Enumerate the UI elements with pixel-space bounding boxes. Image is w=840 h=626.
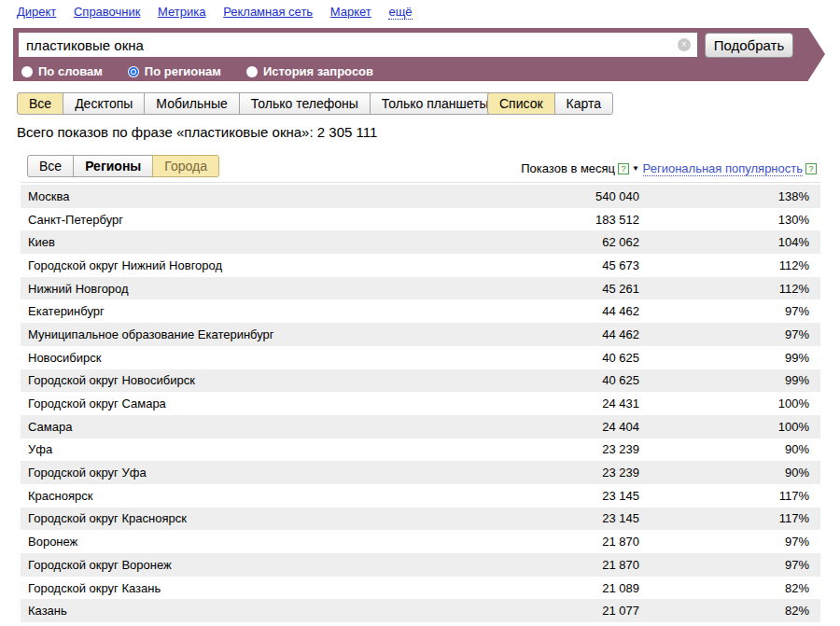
region-shows: 183 512 xyxy=(509,213,639,227)
region-shows: 45 673 xyxy=(509,258,639,272)
region-popularity: 99% xyxy=(639,373,820,387)
tab-desktops[interactable]: Десктопы xyxy=(63,92,145,115)
radio-unselected-icon xyxy=(21,66,33,77)
popularity-link[interactable]: Региональная популярность xyxy=(643,161,803,176)
search-input[interactable] xyxy=(19,33,697,57)
region-name: Уфа xyxy=(21,442,509,456)
region-shows: 23 145 xyxy=(509,511,639,525)
tab-mobile[interactable]: Мобильные xyxy=(144,92,240,115)
region-popularity: 97% xyxy=(639,535,820,549)
table-row: Новосибирск 40 625 99% xyxy=(21,346,820,369)
region-name: Екатеринбург xyxy=(21,304,509,318)
region-shows: 40 625 xyxy=(509,351,639,365)
region-name: Муниципальное образование Екатеринбург xyxy=(21,327,509,341)
help-icon[interactable]: ? xyxy=(805,163,817,174)
mode-by-words[interactable]: По словам xyxy=(21,64,103,78)
region-shows: 21 077 xyxy=(509,604,639,618)
scope-tabs: Все Регионы Города xyxy=(27,155,219,177)
region-shows: 24 404 xyxy=(509,420,639,434)
region-popularity: 138% xyxy=(639,189,820,203)
sort-desc-icon: ▼ xyxy=(632,164,639,173)
nav-link-market[interactable]: Маркет xyxy=(330,5,371,19)
region-shows: 23 145 xyxy=(509,489,639,503)
region-popularity: 97% xyxy=(639,304,820,318)
region-name: Киев xyxy=(21,235,509,249)
region-shows: 21 870 xyxy=(509,558,639,572)
table-row: Городской округ Уфа 23 239 90% xyxy=(21,461,820,484)
table-row: Городской округ Нижний Новгород 45 673 1… xyxy=(21,254,820,277)
region-name: Нижний Новгород xyxy=(21,282,509,296)
regions-table-body: Москва 540 040 138% Санкт-Петербург 183 … xyxy=(21,185,820,622)
region-popularity: 82% xyxy=(639,604,820,618)
table-row: Городской округ Казань 21 089 82% xyxy=(21,577,820,600)
table-header: Все Регионы Города Показов в месяц ? ▼ Р… xyxy=(21,154,820,183)
region-name: Городской округ Нижний Новгород xyxy=(21,258,509,272)
region-popularity: 97% xyxy=(639,558,820,572)
table-row: Екатеринбург 44 462 97% xyxy=(21,299,820,323)
table-row: Москва 540 040 138% xyxy=(21,185,820,208)
table-row: Городской округ Красноярск 23 145 117% xyxy=(21,508,820,531)
table-row: Санкт-Петербург 183 512 130% xyxy=(21,208,820,231)
nav-link-spravochnik[interactable]: Справочник xyxy=(74,5,141,19)
table-row: Городской округ Самара 24 431 100% xyxy=(21,392,820,415)
region-popularity: 112% xyxy=(639,282,820,296)
region-name: Красноярск xyxy=(21,489,509,503)
region-popularity: 130% xyxy=(639,213,820,227)
tab-tablets-only[interactable]: Только планшеты xyxy=(370,92,501,115)
region-name: Городской округ Уфа xyxy=(21,466,509,480)
search-modes: По словам По регионам История запросов xyxy=(21,64,399,78)
mode-history[interactable]: История запросов xyxy=(246,64,373,78)
scope-tab-all[interactable]: Все xyxy=(27,155,74,177)
region-name: Городской округ Воронеж xyxy=(21,558,509,572)
region-popularity: 82% xyxy=(639,581,820,595)
shows-header-label: Показов в месяц xyxy=(521,161,615,175)
radio-selected-icon xyxy=(128,66,139,77)
clear-icon[interactable]: × xyxy=(678,38,691,51)
total-shows-summary: Всего показов по фразе «пластиковые окна… xyxy=(17,124,377,140)
region-popularity: 117% xyxy=(639,489,820,503)
table-row: Нижний Новгород 45 261 112% xyxy=(21,277,820,300)
region-name: Воронеж xyxy=(21,535,509,549)
mode-label: По регионам xyxy=(145,64,221,78)
table-row: Уфа 23 239 90% xyxy=(21,438,820,462)
scope-tab-cities[interactable]: Города xyxy=(152,155,219,177)
region-name: Городской округ Красноярск xyxy=(21,511,509,525)
region-shows: 21 870 xyxy=(509,535,639,549)
region-name: Казань xyxy=(21,604,509,618)
region-shows: 24 431 xyxy=(509,396,639,410)
tab-map-view[interactable]: Карта xyxy=(554,92,613,115)
nav-link-more[interactable]: ещё xyxy=(388,5,412,20)
region-shows: 21 089 xyxy=(509,581,639,595)
region-shows: 23 239 xyxy=(509,442,639,456)
mode-label: История запросов xyxy=(263,64,373,78)
table-row: Самара 24 404 100% xyxy=(21,415,820,438)
table-row: Воронеж 21 870 97% xyxy=(21,530,820,553)
table-row: Городской округ Воронеж 21 870 97% xyxy=(21,553,820,577)
region-popularity: 100% xyxy=(639,420,820,434)
table-row: Киев 62 062 104% xyxy=(21,230,820,254)
region-shows: 540 040 xyxy=(509,189,639,203)
search-submit-button[interactable]: Подобрать xyxy=(705,33,793,58)
region-popularity: 90% xyxy=(639,442,820,456)
nav-link-ad-network[interactable]: Рекламная сеть xyxy=(223,5,313,19)
region-popularity: 90% xyxy=(639,466,820,480)
help-icon[interactable]: ? xyxy=(618,163,629,174)
column-header-shows[interactable]: Показов в месяц ? ▼ xyxy=(521,161,639,175)
mode-by-regions[interactable]: По регионам xyxy=(128,64,221,78)
region-shows: 44 462 xyxy=(509,327,639,341)
search-banner: × Подобрать По словам По регионам Истори… xyxy=(13,28,808,81)
region-shows: 44 462 xyxy=(509,304,639,318)
region-popularity: 99% xyxy=(639,351,820,365)
nav-link-direct[interactable]: Директ xyxy=(17,5,56,19)
nav-link-metrika[interactable]: Метрика xyxy=(158,5,205,19)
region-popularity: 97% xyxy=(639,327,820,341)
region-shows: 62 062 xyxy=(509,235,639,249)
region-popularity: 112% xyxy=(639,258,820,272)
regions-table: Все Регионы Города Показов в месяц ? ▼ Р… xyxy=(21,154,820,622)
tab-all-devices[interactable]: Все xyxy=(17,92,63,115)
scope-tab-regions[interactable]: Регионы xyxy=(73,155,153,177)
column-header-popularity: Региональная популярность ? xyxy=(643,161,817,176)
region-popularity: 104% xyxy=(639,235,820,249)
tab-list-view[interactable]: Список xyxy=(487,92,555,115)
tab-phones-only[interactable]: Только телефоны xyxy=(239,92,371,115)
